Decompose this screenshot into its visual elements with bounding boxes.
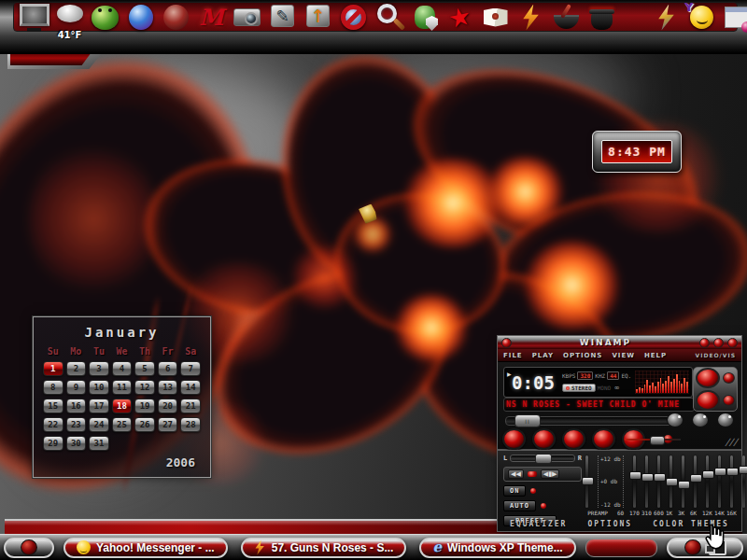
side-small-button[interactable] — [723, 372, 735, 384]
calendar-day[interactable]: 23 — [66, 417, 87, 432]
search-icon[interactable] — [374, 2, 404, 33]
weather-icon[interactable]: 41°F — [54, 2, 85, 33]
calendar-day[interactable]: 7 — [180, 361, 201, 376]
calendar-day[interactable]: 21 — [180, 399, 201, 413]
blue-swirl-icon[interactable] — [125, 2, 156, 33]
side-knob-button[interactable] — [696, 390, 720, 411]
eq-auto-button[interactable]: AUTO — [503, 500, 536, 511]
calendar-day[interactable]: 8 — [43, 380, 63, 395]
pause-button[interactable] — [562, 428, 585, 450]
winamp-titlebar[interactable]: WINAMP — [498, 336, 741, 349]
calendar-day[interactable]: 9 — [66, 380, 87, 395]
calendar-day[interactable]: 17 — [89, 399, 109, 413]
equalizer-tab[interactable]: EQUALIZER — [510, 520, 567, 528]
options-tab[interactable]: OPTIONS — [587, 520, 632, 528]
preset-step-buttons[interactable]: ◀▮▶ — [541, 469, 560, 479]
upload-icon[interactable]: ↑ — [303, 2, 333, 33]
devil-icon[interactable]: ★ — [444, 2, 475, 33]
track-title-marquee[interactable]: NS N ROSES - SWEET CHILD O' MINE — [503, 398, 695, 412]
menu-help[interactable]: HELP — [644, 352, 667, 359]
task-button[interactable]: 57. Guns N Roses - S... — [241, 538, 407, 558]
resize-grip[interactable]: /// — [725, 437, 740, 447]
winamp-menu-button[interactable] — [501, 338, 512, 348]
shade-button[interactable] — [713, 338, 724, 348]
yahoo-messenger-icon[interactable]: Y — [686, 2, 717, 33]
calendar-day[interactable]: 14 — [180, 380, 201, 395]
eq-band-slider-170[interactable] — [643, 455, 650, 508]
calendar-day[interactable]: 3 — [89, 361, 109, 376]
winamp-lightning-icon[interactable] — [515, 2, 546, 33]
eq-band-slider-600-knob[interactable] — [666, 478, 678, 486]
calendar-day[interactable]: 6 — [158, 361, 178, 376]
volume-slider[interactable] — [625, 436, 681, 443]
calendar-day[interactable]: 30 — [66, 436, 87, 451]
side-small-button[interactable] — [723, 395, 735, 406]
calendar-day[interactable]: 1 — [43, 361, 63, 376]
task-button[interactable]: Yahoo! Messenger - ... — [63, 538, 228, 558]
calendar-day[interactable]: 13 — [158, 380, 178, 395]
eq-band-slider-3K-knob[interactable] — [690, 474, 702, 483]
close-button[interactable] — [727, 338, 738, 348]
rewind-button[interactable]: ◀◀ — [508, 469, 524, 479]
eq-band-slider-6K-knob[interactable] — [702, 470, 714, 479]
calendar-day[interactable]: 25 — [112, 417, 133, 432]
mortar-icon[interactable] — [551, 2, 582, 33]
eq-band-slider-16K-knob[interactable] — [739, 466, 747, 474]
red-logo-icon[interactable]: M — [196, 2, 227, 33]
balance-slider[interactable]: L R — [503, 455, 582, 462]
calendar-day[interactable]: 24 — [89, 417, 109, 432]
calendar-day[interactable]: 15 — [43, 399, 63, 413]
tray-window-icon[interactable] — [709, 539, 726, 555]
toggle-button[interactable] — [667, 413, 684, 427]
eq-band-slider-12K-knob[interactable] — [714, 468, 726, 476]
eq-band-slider-60[interactable] — [631, 455, 638, 508]
side-knob-button[interactable] — [696, 368, 720, 388]
eq-band-slider-1K-knob[interactable] — [678, 481, 690, 489]
eq-band-slider-310[interactable] — [655, 455, 662, 508]
calendar-day[interactable]: 29 — [43, 436, 63, 451]
previous-button[interactable] — [502, 428, 526, 450]
camera-icon[interactable] — [232, 2, 262, 33]
calendar-day[interactable]: 10 — [89, 380, 109, 395]
red-orb-icon[interactable] — [161, 2, 191, 33]
stop-button[interactable] — [592, 428, 615, 450]
balance-track[interactable] — [510, 455, 575, 462]
browser-icon[interactable] — [722, 2, 747, 33]
calendar-day[interactable]: 19 — [134, 399, 155, 413]
color-themes-tab[interactable]: COLOR THEMES — [653, 520, 729, 528]
eq-band-slider-1K[interactable] — [680, 455, 686, 508]
toggle-button[interactable] — [717, 413, 734, 427]
eq-on-button[interactable]: ON — [503, 485, 526, 497]
cauldron-icon[interactable] — [586, 2, 617, 33]
eq-preamp-slider[interactable] — [584, 455, 590, 508]
play-button[interactable] — [532, 428, 556, 450]
eq-band-slider-14K[interactable] — [728, 455, 735, 508]
minimize-button[interactable] — [699, 338, 710, 348]
paint-icon[interactable]: ✎ — [267, 2, 298, 33]
no-entry-icon[interactable] — [338, 2, 369, 33]
calendar-day[interactable]: 28 — [180, 417, 201, 432]
eq-band-slider-12K[interactable] — [716, 455, 723, 508]
volume-knob[interactable] — [650, 436, 665, 445]
seek-slider[interactable]: II — [505, 416, 675, 426]
eq-band-slider-600[interactable] — [668, 455, 674, 508]
book-icon[interactable] — [480, 2, 511, 33]
eq-band-slider-16K[interactable] — [740, 455, 747, 508]
eq-band-slider-170-knob[interactable] — [641, 473, 654, 482]
seek-knob[interactable]: II — [514, 414, 541, 427]
eq-band-slider-310-knob[interactable] — [654, 473, 666, 482]
calendar-day[interactable]: 22 — [43, 417, 63, 432]
calendar-widget[interactable]: January SuMoTuWeThFrSa 12345678910111213… — [33, 316, 211, 478]
eq-band-slider-3K[interactable] — [692, 455, 698, 508]
eq-preamp-slider-knob[interactable] — [582, 477, 594, 485]
menu-video-vis[interactable]: VIDEO/VIS — [696, 352, 736, 358]
start-button[interactable] — [4, 538, 54, 558]
menu-play[interactable]: PLAY — [532, 352, 554, 359]
tray-orb-button[interactable] — [684, 539, 701, 555]
toggle-button[interactable] — [692, 413, 709, 427]
calendar-day[interactable]: 20 — [158, 399, 178, 413]
frog-icon[interactable] — [90, 2, 120, 33]
eq-band-slider-6K[interactable] — [704, 455, 711, 508]
calendar-day[interactable]: 26 — [134, 417, 155, 432]
clock-widget[interactable]: 8:43 PM — [592, 131, 682, 173]
